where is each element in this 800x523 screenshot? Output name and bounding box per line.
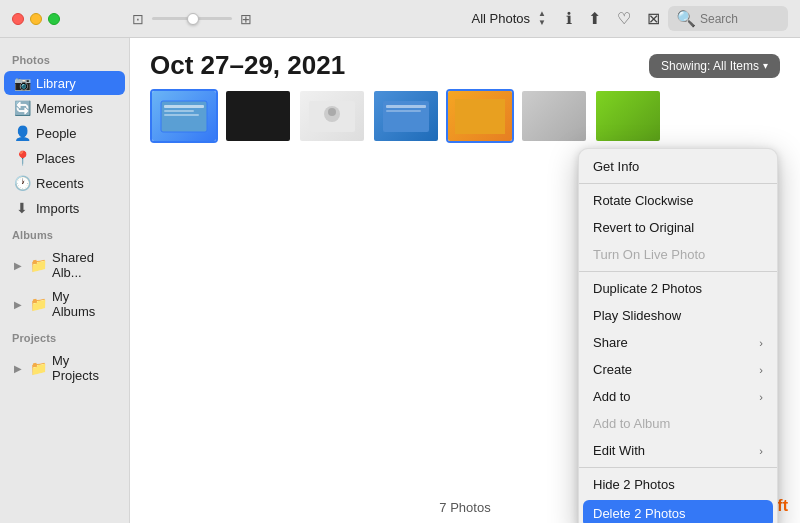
- titlebar-center: ⊡ ⊞: [132, 11, 252, 27]
- svg-rect-1: [164, 105, 204, 108]
- ctx-edit-with-label: Edit With: [593, 443, 645, 458]
- date-range-title: Oct 27–29, 2021: [150, 50, 345, 81]
- imports-icon: ⬇: [14, 200, 30, 216]
- expand-icon-2: ▶: [14, 299, 22, 310]
- photo-count: 7 Photos: [439, 500, 490, 515]
- svg-point-6: [328, 108, 336, 116]
- thumb-image-2: [226, 91, 290, 141]
- content-area: Oct 27–29, 2021 Showing: All Items ▾: [130, 38, 800, 523]
- ctx-play-slideshow[interactable]: Play Slideshow: [579, 302, 777, 329]
- ctx-duplicate-label: Duplicate 2 Photos: [593, 281, 702, 296]
- showing-button[interactable]: Showing: All Items ▾: [649, 54, 780, 78]
- thumb-image-6: [522, 91, 586, 141]
- thumb-image-7: [596, 91, 660, 141]
- ctx-edit-with[interactable]: Edit With ›: [579, 437, 777, 464]
- info-icon[interactable]: ℹ: [566, 9, 572, 28]
- my-albums-icon: 📁: [30, 296, 46, 312]
- window-grid-icon: ⊞: [240, 11, 252, 27]
- sidebar: Photos 📷 Library 🔄 Memories 👤 People 📍 P…: [0, 38, 130, 523]
- ctx-add-to-label: Add to: [593, 389, 631, 404]
- ctx-create-arrow: ›: [759, 364, 763, 376]
- search-icon: 🔍: [676, 9, 696, 28]
- ctx-separator-1: [579, 183, 777, 184]
- sidebar-item-recents-label: Recents: [36, 176, 84, 191]
- ctx-add-to-album-label: Add to Album: [593, 416, 670, 431]
- ctx-share-label: Share: [593, 335, 628, 350]
- memories-icon: 🔄: [14, 100, 30, 116]
- search-input[interactable]: [700, 12, 780, 26]
- photo-thumb-4[interactable]: [372, 89, 440, 143]
- thumb-image-1: [152, 91, 216, 141]
- ctx-hide-label: Hide 2 Photos: [593, 477, 675, 492]
- titlebar: ⊡ ⊞ All Photos ▲ ▼ ℹ ⬆ ♡ ⊠ 🔍: [0, 0, 800, 38]
- all-photos-dropdown[interactable]: All Photos ▲ ▼: [472, 10, 546, 27]
- showing-label: Showing: All Items: [661, 59, 759, 73]
- photo-thumb-7[interactable]: [594, 89, 662, 143]
- sidebar-item-places-label: Places: [36, 151, 75, 166]
- sidebar-item-imports[interactable]: ⬇ Imports: [4, 196, 125, 220]
- svg-rect-9: [386, 110, 421, 112]
- thumb-image-3: [300, 91, 364, 141]
- content-header: Oct 27–29, 2021 Showing: All Items ▾: [130, 38, 800, 89]
- sidebar-item-my-projects[interactable]: ▶ 📁 My Projects: [4, 349, 125, 387]
- library-icon: 📷: [14, 75, 30, 91]
- ctx-edit-with-arrow: ›: [759, 445, 763, 457]
- traffic-lights: [12, 13, 60, 25]
- ctx-live-photo-label: Turn On Live Photo: [593, 247, 705, 262]
- crop-icon[interactable]: ⊠: [647, 9, 660, 28]
- thumb-image-4: [374, 91, 438, 141]
- sidebar-item-people-label: People: [36, 126, 76, 141]
- sidebar-item-memories[interactable]: 🔄 Memories: [4, 96, 125, 120]
- sidebar-item-library-label: Library: [36, 76, 76, 91]
- shared-albums-icon: 📁: [30, 257, 46, 273]
- photo-thumb-2[interactable]: [224, 89, 292, 143]
- sidebar-item-recents[interactable]: 🕐 Recents: [4, 171, 125, 195]
- svg-rect-2: [164, 110, 194, 112]
- photo-thumb-6[interactable]: [520, 89, 588, 143]
- titlebar-actions: ℹ ⬆ ♡ ⊠: [566, 9, 660, 28]
- search-box[interactable]: 🔍: [668, 6, 788, 31]
- expand-icon: ▶: [14, 260, 22, 271]
- photo-thumb-5[interactable]: [446, 89, 514, 143]
- ctx-hide-photos[interactable]: Hide 2 Photos: [579, 471, 777, 498]
- ctx-get-info-label: Get Info: [593, 159, 639, 174]
- sidebar-item-library[interactable]: 📷 Library: [4, 71, 125, 95]
- sidebar-item-people[interactable]: 👤 People: [4, 121, 125, 145]
- ctx-delete-photos[interactable]: Delete 2 Photos: [583, 500, 773, 523]
- places-icon: 📍: [14, 150, 30, 166]
- sidebar-item-memories-label: Memories: [36, 101, 93, 116]
- svg-rect-10: [455, 99, 505, 134]
- ctx-add-to[interactable]: Add to ›: [579, 383, 777, 410]
- favorite-icon[interactable]: ♡: [617, 9, 631, 28]
- chevron-down-icon: ▾: [763, 60, 768, 71]
- ctx-separator-2: [579, 271, 777, 272]
- sidebar-item-shared-albums-label: Shared Alb...: [52, 250, 115, 280]
- ctx-create[interactable]: Create ›: [579, 356, 777, 383]
- my-projects-icon: 📁: [30, 360, 46, 376]
- sidebar-item-places[interactable]: 📍 Places: [4, 146, 125, 170]
- share-icon[interactable]: ⬆: [588, 9, 601, 28]
- sidebar-item-my-albums-label: My Albums: [52, 289, 115, 319]
- ctx-duplicate-photos[interactable]: Duplicate 2 Photos: [579, 275, 777, 302]
- sidebar-item-my-albums[interactable]: ▶ 📁 My Albums: [4, 285, 125, 323]
- ctx-rotate-clockwise[interactable]: Rotate Clockwise: [579, 187, 777, 214]
- minimize-button[interactable]: [30, 13, 42, 25]
- sidebar-item-my-projects-label: My Projects: [52, 353, 115, 383]
- photo-strip: [130, 89, 800, 155]
- photo-thumb-3[interactable]: [298, 89, 366, 143]
- maximize-button[interactable]: [48, 13, 60, 25]
- ctx-turn-on-live-photo: Turn On Live Photo: [579, 241, 777, 268]
- context-menu: Get Info Rotate Clockwise Revert to Orig…: [578, 148, 778, 523]
- expand-icon-3: ▶: [14, 363, 22, 374]
- ctx-get-info[interactable]: Get Info: [579, 153, 777, 180]
- ctx-revert-to-original[interactable]: Revert to Original: [579, 214, 777, 241]
- ctx-rotate-clockwise-label: Rotate Clockwise: [593, 193, 693, 208]
- sidebar-item-shared-albums[interactable]: ▶ 📁 Shared Alb...: [4, 246, 125, 284]
- close-button[interactable]: [12, 13, 24, 25]
- sidebar-section-albums: Albums: [0, 221, 129, 245]
- zoom-slider[interactable]: [152, 17, 232, 20]
- ctx-share[interactable]: Share ›: [579, 329, 777, 356]
- photo-thumb-1[interactable]: [150, 89, 218, 143]
- ctx-slideshow-label: Play Slideshow: [593, 308, 681, 323]
- people-icon: 👤: [14, 125, 30, 141]
